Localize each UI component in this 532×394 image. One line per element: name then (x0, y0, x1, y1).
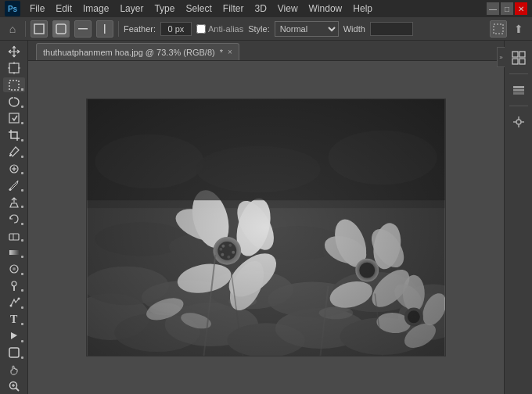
tab-modified: * (220, 48, 223, 57)
pen-tool[interactable] (3, 295, 25, 310)
hand-tool[interactable] (3, 362, 25, 377)
style-label: Style: (248, 24, 270, 34)
menu-window[interactable]: Window (304, 2, 347, 16)
adjustments-panel-button[interactable] (508, 111, 530, 133)
object-selection-tool[interactable] (3, 111, 25, 126)
rect-marquee-option[interactable] (31, 20, 48, 38)
artboard-tool[interactable] (3, 60, 25, 75)
dodge-tool[interactable] (3, 278, 25, 293)
options-bar: ⌂ Feather: Anti-alias Style: Normal Fixe… (0, 17, 532, 41)
eyedropper-tool[interactable] (3, 145, 25, 159)
style-select[interactable]: Normal Fixed Ratio Fixed Size (275, 21, 339, 37)
feather-label: Feather: (124, 24, 156, 34)
ps-logo: Ps (5, 1, 20, 16)
left-toolbar: T (0, 41, 28, 394)
tab-bar: thuthuatphanmem hoa.jpg @ 73.3% (RGB/8) … (28, 41, 504, 61)
menu-type[interactable]: Type (149, 2, 179, 16)
antialias-label: Anti-alias (208, 24, 243, 34)
history-brush-tool[interactable] (3, 211, 25, 226)
svg-rect-98 (519, 59, 525, 64)
single-col-option[interactable] (96, 20, 113, 38)
svg-rect-2 (78, 28, 88, 30)
antialias-check[interactable] (196, 24, 206, 34)
menu-image[interactable]: Image (78, 2, 113, 16)
share-button[interactable]: ⬆ (510, 20, 527, 38)
svg-rect-97 (512, 59, 518, 64)
maximize-button[interactable]: □ (501, 2, 513, 15)
eraser-tool[interactable] (3, 228, 25, 243)
arrange-panels-button[interactable] (508, 47, 530, 69)
healing-brush-tool[interactable] (3, 161, 25, 176)
svg-line-28 (16, 389, 19, 392)
svg-rect-94 (87, 99, 444, 356)
svg-rect-26 (9, 348, 19, 357)
gradient-tool[interactable] (3, 245, 25, 260)
tab-close-button[interactable]: × (228, 48, 232, 56)
separator-2 (118, 21, 119, 37)
svg-rect-3 (104, 24, 106, 34)
right-panel: » (504, 41, 532, 394)
crop-tool[interactable] (3, 127, 25, 142)
path-selection-tool[interactable] (3, 328, 25, 343)
svg-rect-18 (9, 250, 19, 255)
menu-filter[interactable]: Filter (218, 2, 249, 16)
layers-panel-button[interactable] (508, 79, 530, 101)
tab-title: thuthuatphanmem hoa.jpg @ 73.3% (RGB/8) (43, 48, 215, 57)
svg-point-24 (17, 298, 20, 300)
shape-tool[interactable] (3, 346, 25, 360)
svg-point-23 (9, 305, 12, 307)
canvas-container[interactable] (28, 61, 504, 394)
canvas-svg (87, 99, 445, 356)
svg-rect-99 (513, 86, 524, 88)
collapse-right-panel[interactable]: » (497, 47, 505, 67)
width-input[interactable] (370, 22, 413, 36)
antialias-checkbox[interactable]: Anti-alias (196, 24, 243, 34)
close-button[interactable]: ✕ (515, 2, 527, 15)
svg-rect-96 (519, 52, 525, 57)
minimize-button[interactable]: — (487, 2, 499, 15)
title-bar-left: Ps File Edit Image Layer Type Select Fil… (5, 1, 377, 16)
menu-file[interactable]: File (25, 2, 49, 16)
blur-tool[interactable] (3, 261, 25, 276)
svg-rect-0 (34, 24, 44, 34)
menu-help[interactable]: Help (348, 2, 377, 16)
svg-point-21 (12, 281, 16, 286)
svg-point-15 (9, 188, 11, 191)
svg-rect-4 (494, 24, 503, 34)
feather-input[interactable] (160, 22, 192, 36)
svg-rect-100 (513, 89, 524, 91)
svg-rect-101 (513, 92, 524, 95)
svg-point-20 (13, 267, 16, 270)
svg-rect-95 (512, 52, 518, 57)
svg-rect-10 (9, 81, 19, 90)
svg-text:T: T (10, 313, 18, 325)
single-row-option[interactable] (74, 20, 92, 38)
options-right: ⬆ (490, 20, 527, 38)
menu-edit[interactable]: Edit (51, 2, 77, 16)
menu-bar: File Edit Image Layer Type Select Filter… (25, 2, 377, 16)
canvas-image (86, 98, 446, 356)
title-bar: Ps File Edit Image Layer Type Select Fil… (0, 0, 532, 17)
rectangular-marquee-tool[interactable] (3, 77, 25, 92)
right-panel-separator-2 (509, 106, 528, 106)
home-icon[interactable]: ⌂ (5, 21, 20, 37)
brush-tool[interactable] (3, 177, 25, 192)
window-controls: — □ ✕ (487, 2, 527, 15)
menu-3d[interactable]: 3D (250, 2, 271, 16)
type-tool[interactable]: T (3, 312, 25, 327)
width-label: Width (343, 24, 365, 34)
main-area: T thuthuatphanmem hoa.jpg @ 73.3% (RGB/8… (0, 41, 532, 394)
select-border-option[interactable] (490, 20, 507, 38)
svg-rect-1 (56, 24, 66, 34)
clone-stamp-tool[interactable] (3, 195, 25, 210)
lasso-tool[interactable] (3, 94, 25, 109)
rect-corner-option[interactable] (52, 20, 70, 38)
move-tool[interactable] (3, 44, 25, 59)
document-tab[interactable]: thuthuatphanmem hoa.jpg @ 73.3% (RGB/8) … (36, 43, 239, 60)
canvas-area: thuthuatphanmem hoa.jpg @ 73.3% (RGB/8) … (28, 41, 504, 394)
zoom-tool[interactable] (3, 378, 25, 393)
menu-view[interactable]: View (273, 2, 303, 16)
right-panel-separator (509, 73, 528, 74)
menu-layer[interactable]: Layer (115, 2, 148, 16)
menu-select[interactable]: Select (181, 2, 216, 16)
